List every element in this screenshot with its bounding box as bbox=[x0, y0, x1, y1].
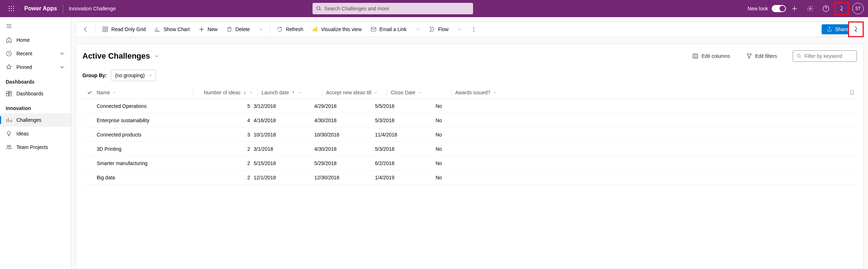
cmd-flow-dropdown[interactable] bbox=[453, 25, 466, 34]
chevron-down-icon bbox=[298, 90, 302, 95]
question-icon bbox=[822, 5, 829, 12]
cell-launch: 12/1/2018 bbox=[254, 175, 314, 180]
svg-point-4 bbox=[11, 8, 12, 9]
back-button[interactable] bbox=[79, 24, 92, 35]
sidebar-item-home[interactable]: Home bbox=[0, 33, 71, 47]
divider bbox=[63, 4, 63, 13]
col-header-ideas[interactable]: Number of ideas bbox=[197, 90, 258, 95]
svg-point-13 bbox=[9, 145, 11, 147]
new-look-toggle[interactable] bbox=[772, 5, 786, 12]
col-header-accept[interactable]: Accept new ideas till bbox=[326, 90, 387, 95]
edit-filters-button[interactable]: Edit filters bbox=[746, 53, 777, 59]
cell-name: Enterprise sustainability bbox=[97, 118, 193, 123]
svg-point-1 bbox=[11, 6, 12, 7]
app-name: Innovation Challenge bbox=[65, 6, 120, 11]
chevron-down-icon bbox=[415, 27, 420, 32]
col-pin-column[interactable] bbox=[548, 90, 857, 95]
new-look-label: New look bbox=[747, 6, 768, 11]
copilot-header-button[interactable] bbox=[834, 2, 849, 15]
hamburger-icon bbox=[6, 23, 12, 29]
sidebar-item-ideas[interactable]: Ideas bbox=[0, 127, 71, 140]
cell-close: 11/4/2018 bbox=[375, 132, 436, 138]
copilot-pane-button[interactable] bbox=[848, 21, 864, 37]
keyword-filter[interactable] bbox=[793, 50, 857, 62]
cmd-delete[interactable]: Delete bbox=[223, 24, 253, 35]
cell-launch: 4/16/2018 bbox=[254, 118, 314, 123]
app-launcher-button[interactable] bbox=[3, 0, 20, 17]
sidebar-item-label: Home bbox=[16, 37, 30, 43]
cmd-delete-dropdown[interactable] bbox=[255, 25, 267, 34]
svg-rect-16 bbox=[103, 30, 105, 32]
col-header-close[interactable]: Close Date bbox=[391, 90, 451, 95]
group-by-select[interactable]: (no grouping) bbox=[111, 70, 156, 81]
user-avatar[interactable]: ST bbox=[852, 3, 864, 14]
cmd-visualize[interactable]: Visualize this view bbox=[308, 24, 365, 35]
cmd-new[interactable]: New bbox=[195, 24, 221, 35]
cmd-label: Delete bbox=[235, 26, 250, 32]
edit-columns-button[interactable]: Edit columns bbox=[692, 53, 730, 59]
table-row[interactable]: Smarter manufacturing25/15/20185/29/2018… bbox=[82, 156, 857, 170]
cell-awards: No bbox=[436, 118, 528, 123]
cmd-label: Refresh bbox=[286, 26, 303, 32]
cmd-show-chart[interactable]: Show Chart bbox=[151, 24, 193, 35]
cmd-overflow[interactable] bbox=[467, 24, 481, 35]
cell-ideas: 4 bbox=[193, 118, 254, 123]
sidebar-item-pinned[interactable]: Pinned bbox=[0, 60, 71, 74]
chevron-down-icon bbox=[59, 50, 65, 57]
group-by-value: (no grouping) bbox=[115, 73, 144, 78]
table-row[interactable]: Connected Operations53/12/20184/29/20185… bbox=[82, 99, 857, 113]
sidebar-item-challenges[interactable]: Challenges bbox=[0, 113, 71, 127]
select-all-checkbox[interactable] bbox=[82, 90, 97, 95]
cmd-flow[interactable]: Flow bbox=[425, 24, 452, 35]
svg-point-24 bbox=[473, 31, 474, 31]
home-icon bbox=[6, 37, 12, 43]
sidebar-item-recent[interactable]: Recent bbox=[0, 47, 71, 60]
col-header-awards[interactable]: Awards issued? bbox=[455, 90, 548, 95]
search-icon bbox=[316, 6, 321, 11]
cmd-refresh[interactable]: Refresh bbox=[273, 24, 307, 35]
cmd-email[interactable]: Email a Link bbox=[367, 24, 410, 35]
table-row[interactable]: Enterprise sustainability44/16/20184/30/… bbox=[82, 113, 857, 128]
refresh-icon bbox=[276, 26, 283, 33]
global-search[interactable] bbox=[313, 3, 473, 14]
sidebar-item-label: Challenges bbox=[16, 117, 41, 123]
view-selector[interactable]: Active Challenges bbox=[82, 51, 159, 61]
sidebar-collapse-button[interactable] bbox=[0, 20, 71, 33]
cell-awards: No bbox=[436, 175, 528, 180]
grid-header-row: Name Number of ideas Launch date bbox=[82, 86, 857, 99]
col-header-launch[interactable]: Launch date bbox=[262, 90, 322, 95]
cmd-email-dropdown[interactable] bbox=[412, 25, 424, 34]
table-row[interactable]: Connected products310/1/201810/30/201811… bbox=[82, 128, 857, 142]
settings-button[interactable] bbox=[803, 0, 817, 17]
cell-close: 1/4/2019 bbox=[375, 175, 436, 180]
cmd-label: Show Chart bbox=[163, 26, 189, 32]
svg-point-6 bbox=[9, 10, 10, 11]
col-label: Accept new ideas till bbox=[326, 90, 371, 95]
svg-point-7 bbox=[11, 10, 12, 11]
content-area: Read Only Grid Show Chart New Delete Ref… bbox=[71, 17, 868, 269]
sidebar-item-label: Pinned bbox=[16, 64, 32, 70]
cell-ideas: 5 bbox=[193, 103, 254, 109]
table-row[interactable]: 3D Printing23/1/20184/30/20185/3/2018No bbox=[82, 142, 857, 156]
site-map: Home Recent Pinned Dashboards Dashboards… bbox=[0, 17, 71, 269]
cell-close: 6/2/2018 bbox=[375, 160, 436, 166]
copilot-icon bbox=[838, 5, 845, 12]
cmd-grid-view[interactable]: Read Only Grid bbox=[98, 24, 149, 35]
help-button[interactable] bbox=[819, 0, 833, 17]
cell-accept: 5/29/2018 bbox=[314, 160, 375, 166]
sidebar-item-team-projects[interactable]: Team Projects bbox=[0, 140, 71, 154]
svg-rect-25 bbox=[693, 54, 698, 58]
chevron-down-icon bbox=[493, 90, 497, 95]
global-search-input[interactable] bbox=[324, 6, 469, 11]
sidebar-item-dashboards[interactable]: Dashboards bbox=[0, 87, 71, 100]
col-header-name[interactable]: Name bbox=[97, 90, 193, 95]
svg-point-0 bbox=[9, 6, 10, 7]
add-button[interactable] bbox=[787, 0, 802, 17]
cell-awards: No bbox=[436, 132, 528, 138]
mail-icon bbox=[370, 26, 377, 33]
chevron-down-icon bbox=[148, 73, 153, 78]
keyword-filter-input[interactable] bbox=[804, 53, 853, 59]
svg-rect-19 bbox=[315, 28, 316, 32]
table-row[interactable]: Big data212/1/201812/30/20181/4/2019No bbox=[82, 170, 857, 185]
dashboard-icon bbox=[6, 90, 12, 97]
